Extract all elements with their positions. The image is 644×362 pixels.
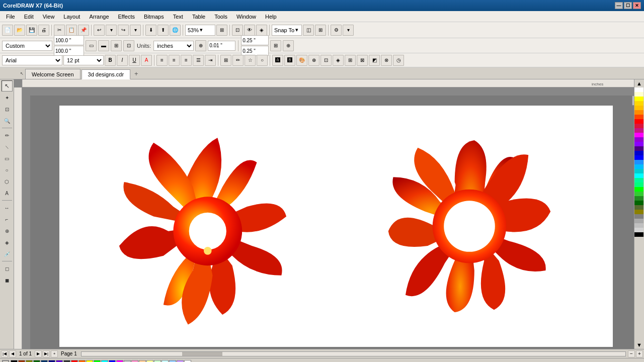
color-swatch-lightgreen[interactable]: [154, 360, 161, 363]
export-button[interactable]: ⬆: [157, 25, 169, 36]
bullet-list[interactable]: ☰: [193, 55, 204, 66]
color-swatch-olive[interactable]: [26, 360, 33, 363]
h-scrollbar[interactable]: [81, 351, 626, 356]
palette-color[interactable]: [634, 128, 643, 133]
text-special2[interactable]: 🅱: [284, 55, 295, 66]
polygon-tool[interactable]: ⬡: [2, 176, 13, 187]
italic-button[interactable]: I: [117, 55, 128, 66]
palette-color[interactable]: [634, 173, 643, 178]
blend-tool[interactable]: ⊕: [308, 55, 319, 66]
palette-scroll-up[interactable]: ▲: [634, 79, 644, 87]
menu-tools[interactable]: Tools: [210, 13, 231, 21]
palette-color[interactable]: [634, 219, 643, 223]
shadow-tool[interactable]: ⊡: [320, 55, 332, 66]
shape-tool[interactable]: ✦: [2, 92, 13, 103]
maximize-button[interactable]: ☐: [624, 2, 632, 9]
add-page[interactable]: ⊕: [283, 40, 294, 51]
palette-color[interactable]: [634, 164, 643, 169]
effects-tool5[interactable]: ⊗: [381, 55, 392, 66]
color-swatch-navy[interactable]: [41, 360, 48, 363]
color-swatch-brown[interactable]: [18, 360, 25, 363]
align-left[interactable]: ≡: [156, 55, 168, 66]
fullscreen-button[interactable]: ⊡: [232, 25, 243, 36]
palette-color[interactable]: [634, 151, 643, 155]
open-button[interactable]: 📂: [14, 25, 25, 36]
redo-dropdown[interactable]: ▾: [130, 25, 141, 36]
publish-button[interactable]: 🌐: [170, 25, 181, 36]
color-swatch-red[interactable]: [71, 360, 78, 363]
close-canvas-button[interactable]: ✕: [632, 96, 634, 106]
text-fit[interactable]: ☆: [245, 55, 256, 66]
effects-tool4[interactable]: ◩: [369, 55, 380, 66]
draw-direction[interactable]: ⊕: [195, 40, 206, 51]
palette-color[interactable]: [634, 187, 643, 192]
color-swatch-lime[interactable]: [94, 360, 101, 363]
grid-x-input[interactable]: [241, 35, 269, 45]
options-button[interactable]: ⚙: [331, 25, 342, 36]
zoom-out-btn[interactable]: −: [628, 350, 635, 357]
palette-color[interactable]: [634, 160, 643, 164]
tab-design[interactable]: 3d designs.cdr: [82, 69, 131, 79]
color-swatch-darkblue[interactable]: [48, 360, 55, 363]
page-first[interactable]: |◀: [1, 350, 8, 357]
page-last[interactable]: ▶|: [43, 350, 50, 357]
color-swatch-darkgreen[interactable]: [33, 360, 40, 363]
smart-draw[interactable]: ⟍: [2, 141, 13, 152]
color-sampler[interactable]: 🎨: [296, 55, 307, 66]
import-button[interactable]: ⬇: [145, 25, 156, 36]
copy-button[interactable]: 📋: [66, 25, 77, 36]
palette-color[interactable]: [634, 97, 643, 101]
print-button[interactable]: 🖨: [38, 25, 49, 36]
text-tool[interactable]: A: [2, 188, 13, 199]
color-swatch-black[interactable]: [11, 360, 18, 363]
color-swatch-lavender[interactable]: [177, 360, 184, 363]
palette-color[interactable]: [634, 137, 643, 142]
color-swatch-pink[interactable]: [131, 360, 138, 363]
color-swatch-orange[interactable]: [78, 360, 86, 363]
pick-tool[interactable]: ↖: [2, 80, 13, 92]
palette-color[interactable]: [634, 232, 643, 237]
zoom-in-btn[interactable]: +: [636, 350, 643, 357]
tab-add-button[interactable]: +: [131, 68, 141, 79]
menu-edit[interactable]: Edit: [20, 13, 38, 21]
color-swatch-magenta[interactable]: [116, 360, 123, 363]
color-swatch-cyan[interactable]: [101, 360, 108, 363]
text-special1[interactable]: 🅰: [272, 55, 283, 66]
view-toggle[interactable]: 👁: [244, 25, 255, 36]
zoom-tool[interactable]: 🔍: [2, 115, 13, 126]
paste-button[interactable]: 📌: [78, 25, 89, 36]
nudge-input[interactable]: [208, 41, 235, 51]
menu-layout[interactable]: Layout: [59, 13, 84, 21]
text-circle[interactable]: ○: [257, 55, 268, 66]
cut-button[interactable]: ✂: [54, 25, 65, 36]
no-color-swatch[interactable]: [2, 360, 9, 363]
menu-text[interactable]: Text: [169, 13, 187, 21]
page-options[interactable]: ⊞: [111, 40, 122, 51]
align-right[interactable]: ≡: [181, 55, 192, 66]
options-dropdown[interactable]: ▾: [343, 25, 354, 36]
h-scrollbar-thumb[interactable]: [182, 352, 222, 356]
font-dropdown[interactable]: Arial: [2, 55, 62, 65]
menu-effects[interactable]: Effects: [114, 13, 139, 21]
palette-color[interactable]: [634, 92, 643, 97]
interactive-fill[interactable]: ◈: [2, 237, 13, 248]
palette-color[interactable]: [634, 119, 643, 124]
crop-tool[interactable]: ⊡: [2, 104, 13, 115]
palette-color[interactable]: [634, 178, 643, 183]
palette-color[interactable]: [634, 110, 643, 115]
color-eyedropper[interactable]: 💉: [2, 248, 13, 259]
align-button[interactable]: ⊞: [315, 25, 326, 36]
height-input[interactable]: [54, 46, 84, 56]
palette-color[interactable]: [634, 214, 643, 219]
effects-tool2[interactable]: ⊞: [345, 55, 356, 66]
indent[interactable]: ⇥: [205, 55, 216, 66]
menu-window[interactable]: Window: [232, 13, 260, 21]
effects-tool6[interactable]: ◷: [393, 55, 404, 66]
color-swatch-lightblue[interactable]: [169, 360, 176, 363]
palette-color[interactable]: [634, 106, 643, 110]
canvas[interactable]: ✕: [30, 96, 634, 349]
grid-snap[interactable]: ⊞: [270, 40, 281, 51]
color-swatch-purple[interactable]: [56, 360, 63, 363]
palette-color[interactable]: [634, 169, 643, 173]
bold-button[interactable]: B: [105, 55, 116, 66]
